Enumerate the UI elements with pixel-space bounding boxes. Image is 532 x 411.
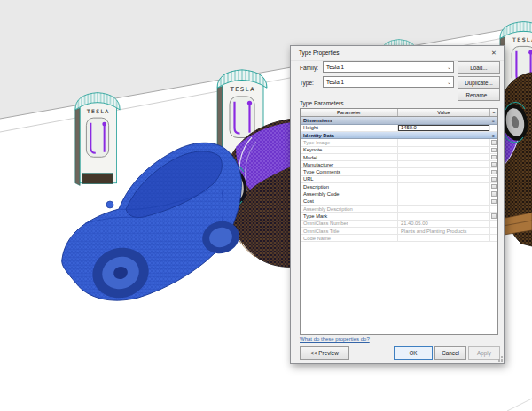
table-row-assembly-code[interactable]: Assembly Code <box>301 190 497 198</box>
preview-button[interactable]: << Preview <box>300 346 349 360</box>
table-row-assembly-description[interactable]: Assembly Description <box>301 206 497 213</box>
table-row-model[interactable]: Model <box>301 154 497 161</box>
type-label: Type: <box>300 80 314 86</box>
eq-column-header[interactable]: = <box>490 109 497 116</box>
load-button[interactable]: Load... <box>458 61 500 74</box>
table-row-omniclass-number[interactable]: OmniClass Number 21.40.05.00 <box>301 221 497 228</box>
parameter-column-header[interactable]: Parameter <box>301 109 398 116</box>
apply-button[interactable]: Apply <box>468 346 500 360</box>
row-browse-button[interactable] <box>491 162 497 167</box>
chevron-down-icon: ⌄ <box>445 64 453 70</box>
dialog-titlebar[interactable]: Type Properties ✕ <box>291 46 504 61</box>
supercharger-station-1[interactable] <box>75 93 120 186</box>
close-icon[interactable]: ✕ <box>489 49 498 58</box>
table-row-type-mark[interactable]: Type Mark <box>301 213 497 220</box>
chevron-down-icon: ⌄ <box>445 79 453 85</box>
table-row-group-dimensions[interactable]: Dimensions ≡ <box>301 117 497 125</box>
properties-help-link[interactable]: What do these properties do? <box>300 337 370 342</box>
value-column-header[interactable]: Value <box>398 109 490 116</box>
group-label: Identity Data <box>301 132 481 139</box>
dialog-title: Type Properties <box>299 50 340 56</box>
revit-viewport: TESLA <box>0 0 532 411</box>
table-row-description[interactable]: Description <box>301 183 497 190</box>
rename-button[interactable]: Rename... <box>458 89 500 101</box>
table-row-url[interactable]: URL <box>301 176 497 183</box>
table-row-type-comments[interactable]: Type Comments <box>301 168 497 175</box>
table-row-omniclass-title[interactable]: OmniClass Title Plants and Planting Prod… <box>301 228 497 235</box>
height-value-input[interactable] <box>398 125 489 131</box>
type-properties-dialog: Type Properties ✕ Family: Tesla 1 ⌄ Load… <box>290 45 505 364</box>
ok-button[interactable]: OK <box>394 346 433 360</box>
table-row-type-image[interactable]: Type Image <box>301 139 497 146</box>
table-row-manufacturer[interactable]: Manufacturer <box>301 161 497 168</box>
row-browse-button[interactable] <box>491 148 497 152</box>
row-browse-button[interactable] <box>491 184 497 189</box>
type-value: Tesla 1 <box>324 79 445 85</box>
type-parameters-label: Type Parameters <box>300 100 344 106</box>
family-value: Tesla 1 <box>324 64 445 70</box>
cancel-button[interactable]: Cancel <box>434 346 466 360</box>
group-collapse-icon[interactable]: ≡ <box>481 132 497 139</box>
table-row-cost[interactable]: Cost <box>301 198 497 206</box>
type-select[interactable]: Tesla 1 ⌄ <box>323 76 454 88</box>
row-browse-button[interactable] <box>491 170 497 174</box>
family-select[interactable]: Tesla 1 ⌄ <box>323 61 454 73</box>
table-empty-area <box>301 242 497 335</box>
table-row-height[interactable]: Height <box>301 125 497 132</box>
group-collapse-icon[interactable]: ≡ <box>481 117 497 124</box>
type-parameters-table: Parameter Value = Dimensions ≡ Height Id… <box>300 108 498 335</box>
resize-grip[interactable] <box>497 356 503 362</box>
row-browse-button[interactable] <box>491 140 497 144</box>
table-row-keynote[interactable]: Keynote <box>301 147 497 154</box>
duplicate-button[interactable]: Duplicate... <box>458 76 500 89</box>
row-browse-button[interactable] <box>491 199 497 204</box>
table-header-row: Parameter Value = <box>301 109 497 117</box>
group-label: Dimensions <box>301 117 481 124</box>
floor-edge-line <box>507 399 532 411</box>
row-browse-button[interactable] <box>491 191 497 196</box>
table-row-code-name[interactable]: Code Name <box>301 235 497 242</box>
table-row-group-identity-data[interactable]: Identity Data ≡ <box>301 132 497 140</box>
row-browse-button[interactable] <box>491 155 497 159</box>
family-label: Family: <box>300 65 318 71</box>
row-browse-button[interactable] <box>491 213 497 218</box>
row-browse-button[interactable] <box>491 177 497 182</box>
